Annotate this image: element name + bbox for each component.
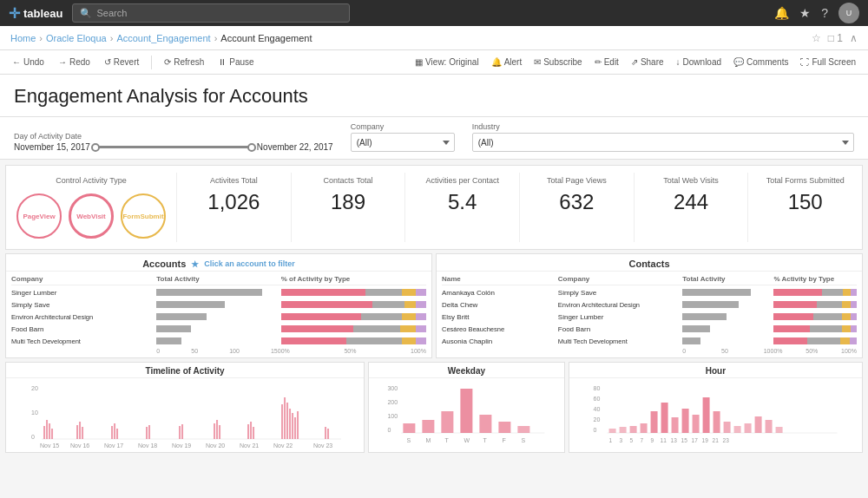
pct-bar [281, 287, 426, 298]
contacts-total-value: 189 [299, 190, 398, 214]
y-0-hour: 0 [593, 427, 596, 433]
bar-tue [441, 411, 453, 433]
svg-rect-20 [253, 427, 254, 439]
activity-bar [156, 311, 280, 322]
contact-name: Elsy Britt [442, 313, 558, 321]
svg-rect-26 [294, 417, 296, 439]
timeline-svg: 20 10 0 [6, 378, 364, 452]
timeline-title: Timeline of Activity [6, 363, 364, 378]
pause-button[interactable]: ⏸ Pause [213, 56, 259, 69]
activities-per-contact-label: Activities per Contact [412, 176, 512, 185]
accounts-panel-title: Accounts ★ Click an account to filter [6, 254, 431, 272]
x-wed: W [464, 437, 470, 443]
bar-h5 [629, 426, 636, 433]
y-label-20: 20 [31, 385, 38, 391]
revert-button[interactable]: ↺ Revert [99, 56, 144, 69]
company-axis-spacer [11, 348, 156, 354]
download-button[interactable]: ↓ Download [671, 56, 727, 69]
subscribe-button[interactable]: ✉ Subscribe [529, 56, 587, 69]
slider-filled [95, 146, 252, 148]
x-thu: T [483, 437, 487, 443]
activities-total-value: 1,026 [184, 190, 284, 214]
svg-rect-24 [289, 409, 291, 439]
activity-type-cell: Control Activity Type PageView WebVisit … [6, 173, 177, 242]
forms-label: Total Forms Submitted [755, 176, 855, 185]
company-filter-group: Company (All) [351, 122, 455, 152]
contact-activity-bar [682, 324, 773, 334]
avatar[interactable]: U [838, 3, 859, 23]
x-h17: 17 [691, 437, 698, 443]
breadcrumb-sep2: › [110, 33, 114, 43]
svg-rect-6 [79, 422, 81, 439]
y-0: 0 [387, 427, 391, 433]
company-name: Environ Architectural Design [11, 313, 156, 321]
hour-title: Hour [569, 363, 862, 378]
activity-bar [156, 336, 280, 346]
fullscreen-button[interactable]: ⛶ Full Screen [795, 56, 861, 69]
collapse-icon[interactable]: ∧ [850, 32, 858, 44]
breadcrumb-sep3: › [214, 33, 218, 43]
favorite-icon[interactable]: ☆ [812, 32, 821, 44]
bar-h-extra3 [754, 416, 761, 433]
accounts-title: Accounts [142, 259, 186, 269]
table-row: Cesáreo Beauchesne Food Barn [442, 324, 857, 334]
comments-button[interactable]: 💬 Comments [728, 56, 793, 69]
refresh-button[interactable]: ⟳ Refresh [159, 56, 209, 69]
edit-button[interactable]: ✏ Edit [589, 56, 624, 69]
view-original-button[interactable]: ▦ View: Original [410, 56, 484, 69]
accounts-filter-link[interactable]: Click an account to filter [204, 259, 295, 268]
x-fri: F [502, 437, 505, 443]
date-slider[interactable] [95, 146, 252, 148]
axis-row: 050100150 0%50%100% [11, 348, 426, 354]
pct-bar [281, 299, 426, 310]
slider-handle-left[interactable] [91, 143, 100, 152]
alert-button[interactable]: 🔔 Alert [486, 56, 528, 69]
breadcrumb-account-engagement[interactable]: Account_Engagement [116, 33, 210, 43]
company-select[interactable]: (All) [351, 133, 455, 152]
bar-h13 [671, 417, 678, 433]
bar-h7 [640, 423, 647, 433]
share-button[interactable]: ⇗ Share [626, 56, 669, 69]
table-row: Multi Tech Development [11, 336, 426, 346]
toolbar: ← Undo → Redo ↺ Revert ⟳ Refresh ⏸ Pause… [0, 50, 868, 75]
table-row: Elsy Britt Singer Lumber [442, 311, 857, 322]
contact-company: Singer Lumber [558, 313, 682, 321]
search-bar[interactable]: 🔍 Search [72, 3, 350, 23]
formsubmit-circle[interactable]: FormSubmit [121, 193, 166, 239]
slider-handle-right[interactable] [247, 143, 256, 152]
x-label-nov20: Nov 20 [206, 442, 225, 449]
page-title: Engagement Analysis for Accounts [14, 85, 854, 108]
contacts-axis-row: 050100 0%50%100% [442, 348, 857, 354]
breadcrumb-home[interactable]: Home [10, 33, 36, 43]
y-label-10: 10 [31, 410, 38, 416]
svg-rect-1 [43, 426, 45, 439]
title-section: Engagement Analysis for Accounts [0, 75, 868, 117]
favorites-icon[interactable]: ★ [799, 6, 811, 20]
webvisit-circle[interactable]: WebVisit [69, 193, 114, 239]
undo-button[interactable]: ← Undo [7, 56, 49, 69]
company-name: Multi Tech Development [11, 337, 156, 345]
bar-h15 [681, 409, 688, 433]
contact-pct-bar [773, 287, 857, 298]
bar-h-extra2 [744, 423, 751, 433]
col-pctact-header: % Activity by Type [773, 275, 857, 283]
date-end: November 22, 2017 [257, 142, 333, 152]
alert-icon[interactable]: 🔔 [774, 6, 789, 20]
breadcrumb-oracle[interactable]: Oracle Eloqua [46, 33, 107, 43]
tab-count: □ 1 [828, 32, 843, 44]
pageview-circle[interactable]: PageView [16, 193, 62, 239]
y-100: 100 [387, 413, 398, 419]
help-icon[interactable]: ? [821, 6, 828, 20]
company-name: Simply Save [11, 301, 156, 309]
col-co-header: Company [558, 275, 682, 283]
contacts-title: Contacts [628, 259, 669, 269]
weekday-chart: Weekday 300 200 100 0 S M T W T [368, 362, 565, 453]
top-navigation: ✛ tableau 🔍 Search 🔔 ★ ? U [0, 0, 868, 26]
contact-name: Delta Chew [442, 301, 558, 309]
breadcrumb-sep1: › [39, 33, 43, 43]
bar-h17 [692, 415, 699, 433]
redo-button[interactable]: → Redo [53, 56, 95, 69]
tableau-logo: ✛ tableau [9, 5, 63, 22]
industry-select[interactable]: (All) [472, 133, 854, 152]
bar-h23 [723, 422, 730, 433]
